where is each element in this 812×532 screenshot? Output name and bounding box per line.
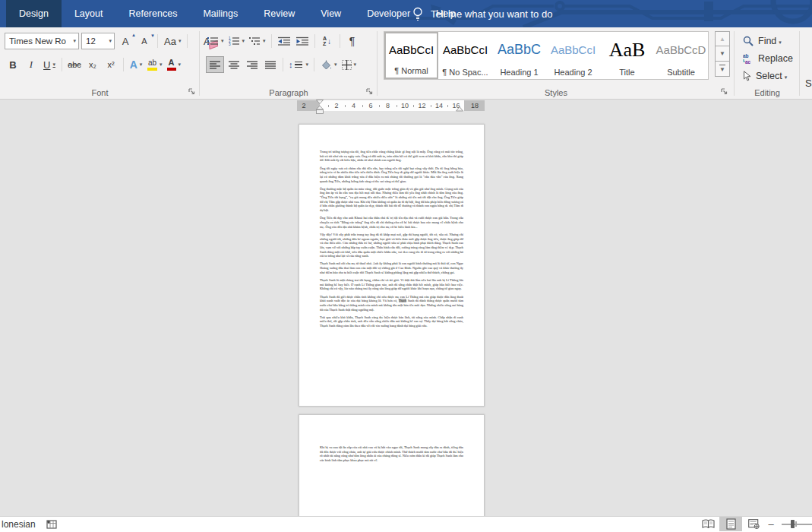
print-layout-icon: [726, 518, 736, 530]
font-color-button[interactable]: A: [166, 56, 183, 73]
line-spacing-button[interactable]: ↕: [287, 56, 310, 73]
tell-me-box[interactable]: Tell me what you want to do: [412, 0, 552, 27]
text-effects-button[interactable]: A: [128, 56, 144, 73]
tab-references[interactable]: References: [115, 0, 190, 27]
style-name: Subtitle: [667, 68, 695, 77]
style-card--normal[interactable]: AaBbCcI¶ Normal: [384, 32, 438, 79]
title-bar: DesignLayoutReferencesMailingsReviewView…: [0, 0, 812, 27]
zoom-slider-handle[interactable]: [791, 520, 795, 528]
decrease-indent-button[interactable]: [276, 33, 292, 49]
word-application-window: DesignLayoutReferencesMailingsReviewView…: [0, 0, 812, 532]
numbering-button[interactable]: 123: [227, 33, 247, 49]
decrease-indent-icon: [278, 36, 290, 46]
ruler-number: 8: [386, 101, 390, 110]
text-run: Ông thường mặc bộ quần áo màu vàng, đôi …: [320, 187, 463, 212]
bullets-button[interactable]: [206, 33, 226, 49]
style-card-heading-2[interactable]: AaBbCcIHeading 2: [546, 32, 600, 79]
document-paragraph[interactable]: Trải qua nhiều khó khăn, Thạch Sanh càng…: [320, 315, 463, 328]
tab-review[interactable]: Review: [251, 0, 308, 27]
font-dialog-launcher[interactable]: [188, 87, 196, 96]
text-run: Ông Tiên đã dạy cho anh Khoai hai câu th…: [320, 216, 463, 228]
paragraph-group: 123: [200, 27, 378, 99]
document-paragraph[interactable]: Thạch Sanh là một chàng trai tốt bụng, c…: [320, 278, 463, 291]
font-name-value: Times New Ro: [9, 36, 66, 46]
gallery-scroll-up-button[interactable]: ▲: [715, 31, 730, 46]
text-highlight-button[interactable]: ab: [146, 56, 164, 73]
language-indicator[interactable]: lonesian: [2, 519, 36, 530]
shrink-font-button[interactable]: A: [136, 33, 153, 49]
bullets-icon: [207, 36, 219, 46]
web-layout-icon: [748, 519, 760, 529]
page-1[interactable]: Trong trí tưởng tượng của tôi, ông tiên …: [299, 124, 485, 407]
grow-font-button[interactable]: A: [117, 33, 134, 49]
text-run: Trong trí tưởng tượng của tôi, ông tiên …: [320, 150, 463, 162]
bold-button[interactable]: B: [5, 56, 21, 73]
strikethrough-button[interactable]: abc: [66, 56, 83, 73]
find-button[interactable]: Find: [743, 33, 782, 49]
read-mode-button[interactable]: [697, 517, 719, 531]
show-formatting-button[interactable]: ¶: [344, 33, 361, 49]
macro-record-icon[interactable]: [46, 520, 57, 529]
subscript-button[interactable]: x₂: [84, 56, 101, 73]
gallery-expand-button[interactable]: ▼: [715, 62, 730, 77]
change-case-button[interactable]: Aa: [163, 33, 182, 49]
numbering-icon: 123: [229, 36, 240, 46]
style-card-heading-1[interactable]: AaBbCHeading 1: [492, 32, 546, 79]
styles-dialog-launcher[interactable]: [720, 87, 728, 96]
ruler-number: 12: [418, 101, 425, 110]
sort-a-glyph: A: [323, 36, 327, 41]
tab-view[interactable]: View: [308, 0, 354, 27]
replace-button[interactable]: ab ac Replace: [743, 51, 793, 66]
zoom-slider-notch: [795, 521, 797, 527]
document-paragraph[interactable]: Khi bị vu oan tội ăn cắp của cải nhà vua…: [320, 445, 463, 463]
document-paragraph[interactable]: Ông thường mặc bộ quần áo màu vàng, đôi …: [320, 187, 463, 213]
font-name-combo[interactable]: Times New Ro: [5, 33, 79, 49]
tab-design[interactable]: Design: [6, 0, 62, 27]
align-left-button[interactable]: [206, 56, 224, 73]
document-paragraph[interactable]: Vậy đấy! Với cây phất trần trong tay ông…: [320, 233, 463, 258]
italic-button[interactable]: I: [23, 56, 39, 73]
document-paragraph[interactable]: Ông tôi ngày xưa có chòm râu dài đến rốn…: [320, 166, 463, 184]
separator: [283, 58, 283, 71]
tab-mailings[interactable]: Mailings: [190, 0, 251, 27]
paragraph-dialog-launcher[interactable]: [365, 87, 374, 96]
print-layout-button[interactable]: [719, 517, 742, 531]
underline-glyph: U: [43, 59, 50, 71]
underline-button[interactable]: U: [41, 56, 58, 73]
increase-indent-button[interactable]: [294, 33, 311, 49]
page-2-text: Khi bị vu oan tội ăn cắp của cải nhà vua…: [320, 445, 463, 463]
superscript-button[interactable]: x²: [103, 56, 119, 73]
sort-button[interactable]: AZ ↓: [319, 33, 336, 49]
multilevel-list-button[interactable]: [248, 33, 267, 49]
style-card-title[interactable]: AaBTitle: [600, 32, 654, 79]
highlight-color-bar: [147, 68, 157, 71]
font-color-glyph: A: [169, 59, 175, 67]
page-2[interactable]: Khi bị vu oan tội ăn cắp của cải nhà vua…: [299, 414, 485, 517]
font-size-combo[interactable]: 12: [81, 33, 115, 49]
text-run: Thạch Sanh là một chàng trai tốt bụng, c…: [320, 278, 463, 290]
svg-text:ab: ab: [743, 53, 749, 59]
style-card-subtitle[interactable]: AaBbCcDSubtitle: [654, 32, 708, 79]
ruler-number: 10: [401, 101, 409, 110]
right-indent-marker[interactable]: [456, 106, 463, 112]
zoom-out-button[interactable]: –: [765, 518, 777, 530]
justify-button[interactable]: [262, 56, 279, 73]
document-paragraph[interactable]: Trong trí tưởng tượng của tôi, ông tiên …: [320, 150, 463, 163]
borders-button[interactable]: [340, 56, 359, 73]
indent-markers[interactable]: [316, 100, 324, 116]
web-layout-button[interactable]: [742, 517, 765, 531]
style-card--no-spac-[interactable]: AaBbCcI¶ No Spac...: [438, 32, 492, 79]
shading-bucket-icon: [320, 60, 332, 70]
document-paragraph[interactable]: Thạch Sanh mồ côi cha mẹ từ thuở nhỏ. An…: [320, 261, 463, 274]
tab-layout[interactable]: Layout: [62, 0, 116, 27]
zoom-slider[interactable]: [782, 517, 812, 531]
left-indent-marker: [317, 110, 324, 114]
align-center-button[interactable]: [226, 56, 242, 73]
document-paragraph[interactable]: Thạch Sanh đã giết được chằn tinh không …: [320, 295, 463, 312]
align-right-button[interactable]: [244, 56, 261, 73]
shading-button[interactable]: [318, 56, 339, 73]
increase-indent-icon: [296, 36, 308, 46]
select-button[interactable]: Select: [743, 68, 787, 84]
document-paragraph[interactable]: Ông Tiên đã dạy cho anh Khoai hai câu th…: [320, 216, 463, 229]
gallery-scroll-down-button[interactable]: ▼: [715, 46, 730, 62]
